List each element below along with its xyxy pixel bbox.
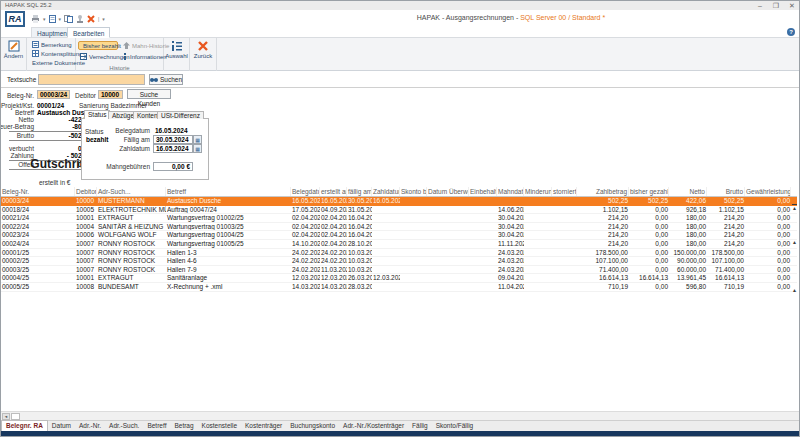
column-header[interactable]: Debitor <box>75 187 97 196</box>
bemerkung-button[interactable]: Bemerkung <box>30 40 74 49</box>
faellig-field[interactable]: 30.05.2024 <box>153 135 193 144</box>
column-header[interactable]: Beleg-Nr. <box>1 187 75 196</box>
sort-tab[interactable]: Skonto/Fällig <box>432 421 478 431</box>
column-header[interactable]: Datum Überweisung <box>427 187 469 196</box>
table-row[interactable]: 00023/2410006WOLFGANG WOLFWartungsvertra… <box>1 231 797 240</box>
sort-tab[interactable]: Belegnr. RA <box>1 420 48 431</box>
column-header[interactable]: Gewährleistung <box>745 187 791 196</box>
informationen-button[interactable]: Informationen <box>121 52 169 61</box>
zurueck-button[interactable]: Zurück <box>190 40 216 59</box>
column-header[interactable]: Netto <box>669 187 707 196</box>
zahldatum-field[interactable]: 16.05.2024 <box>153 144 193 153</box>
column-header[interactable]: Skonto bis <box>400 187 427 196</box>
sort-tab[interactable]: Kostenträger <box>241 421 286 431</box>
toolbar-overflow-caret[interactable]: ▾ <box>102 16 105 22</box>
debitor-field[interactable]: 10000 <box>98 90 123 99</box>
sort-tab[interactable]: Adr.-Nr. <box>75 421 105 431</box>
column-header[interactable]: Einbehalt bis <box>469 187 497 196</box>
help-icon[interactable]: ? <box>787 28 795 36</box>
tab-ust-differenz[interactable]: USt-Differenz <box>157 111 204 119</box>
auswahl-button[interactable]: Auswahl <box>164 40 189 59</box>
scrollbar-thumb[interactable] <box>11 413 20 420</box>
table-cell: 10008 <box>75 283 97 291</box>
mahngebuehren-field[interactable]: 0,00 € <box>153 162 193 171</box>
bisher-bezahlt-button[interactable]: € Bisher bezahlt <box>78 41 118 50</box>
sort-tab[interactable]: Fällig <box>408 421 432 431</box>
search-button[interactable]: Suchen <box>149 74 183 85</box>
zahldatum-calendar-icon[interactable]: ▦ <box>193 144 202 153</box>
table-cell <box>372 206 400 214</box>
column-header[interactable]: Minderung bis <box>524 187 552 196</box>
table-row[interactable]: 00003/2510007RONNY ROSTOCKHallen 7-924.0… <box>1 266 797 275</box>
sort-tab[interactable]: Datum <box>48 421 75 431</box>
table-row[interactable]: 00024/2410007RONNY ROSTOCKWartungsvertra… <box>1 240 797 249</box>
scroll-up-icon[interactable]: ▲ <box>792 239 797 245</box>
close-button[interactable]: ✕ <box>785 1 799 10</box>
status-value: bezahlt <box>86 136 108 143</box>
sort-tab[interactable]: Kostenstelle <box>198 421 241 431</box>
table-cell: 0,00 <box>745 197 791 205</box>
preview-icon[interactable] <box>49 15 56 23</box>
column-header[interactable]: fällig am <box>347 187 372 196</box>
suche-kunden-button[interactable]: Suche Kunden <box>127 89 171 99</box>
table-row[interactable]: 00002/2510007RONNY ROSTOCKHallen 4-624.0… <box>1 257 797 266</box>
column-header[interactable]: Betreff <box>166 187 291 196</box>
table-row[interactable]: 00018/2410005ELEKTROTECHNIK MÜLLERAuftra… <box>1 206 797 215</box>
bemerkung-label: Bemerkung <box>41 42 72 48</box>
print-dropdown-caret[interactable]: ▾ <box>43 16 46 22</box>
sort-tab[interactable]: Buchungskonto <box>286 421 339 431</box>
column-header[interactable]: Belegdatum <box>291 187 320 196</box>
textsuche-label: Textsuche <box>7 76 36 83</box>
table-cell: 11.11.2024 <box>497 240 524 248</box>
table-cell: 02.04.2024 <box>291 231 320 239</box>
table-row[interactable]: 00001/2510007RONNY ROSTOCKHallen 1-324.0… <box>1 249 797 258</box>
table-row[interactable]: 00004/2510001EXTRAGUTSanitäranlage12.03.… <box>1 274 797 283</box>
table-row[interactable]: 00021/2410001EXTRAGUTWartungsvertrag 010… <box>1 214 797 223</box>
table-cell: 107.100,00 <box>707 257 745 265</box>
table-cell: 11.03.2025 <box>320 266 347 274</box>
horizontal-scrollbar[interactable]: ◄ <box>1 411 800 420</box>
table-cell: RONNY ROSTOCK <box>97 266 166 274</box>
scroll-left-icon[interactable]: ◄ <box>2 413 10 420</box>
table-row[interactable]: 00005/2510008BUNDESAMTX-Rechnung + .xml1… <box>1 283 797 292</box>
table-cell: 10006 <box>75 231 97 239</box>
table-cell <box>552 249 577 257</box>
table-cell: 30.04.2024 <box>497 214 524 222</box>
delete-icon[interactable] <box>87 15 95 23</box>
table-cell: 926,18 <box>669 206 707 214</box>
tab-status[interactable]: Status <box>84 110 110 119</box>
scroll-marker-icon[interactable]: ▲ <box>792 287 797 293</box>
column-header[interactable]: storniert am <box>552 187 577 196</box>
tab-bearbeiten[interactable]: Bearbeiten <box>67 27 110 38</box>
table-row[interactable]: 00003/2410000MUSTERMANNAustausch Dusche1… <box>1 197 797 206</box>
table-cell: 0,00 <box>745 240 791 248</box>
column-header[interactable]: bisher gezahlt <box>629 187 669 196</box>
column-header[interactable]: Mahndatum <box>497 187 524 196</box>
table-row[interactable]: 00022/2410004SANITÄR & HEIZUNGWartungsve… <box>1 223 797 232</box>
column-header[interactable]: erstellt am <box>320 187 347 196</box>
sort-tab[interactable]: Adr.-Nr./Kostenträger <box>339 421 408 431</box>
column-header[interactable]: Zahlbetrag <box>577 187 629 196</box>
minimize-button[interactable]: – <box>753 1 767 10</box>
stamp-icon[interactable] <box>76 15 84 23</box>
search-input[interactable] <box>38 74 145 85</box>
table-cell <box>400 223 427 231</box>
sort-tab[interactable]: Betrag <box>170 421 197 431</box>
table-cell: 710,19 <box>577 283 629 291</box>
table-cell <box>524 240 552 248</box>
preview-dropdown-caret[interactable]: ▾ <box>59 16 62 22</box>
scroll-top-icon[interactable]: ▲ <box>792 204 797 211</box>
table-cell: Hallen 4-6 <box>166 257 291 265</box>
restore-button[interactable]: ❐ <box>769 1 783 10</box>
table-cell <box>524 249 552 257</box>
column-header[interactable]: Brutto <box>707 187 745 196</box>
print-icon[interactable] <box>31 15 40 23</box>
copy-icon[interactable] <box>64 15 73 23</box>
aendern-button[interactable]: Ändern <box>1 40 26 59</box>
column-header[interactable]: Adr-Such... <box>97 187 166 196</box>
sort-tab[interactable]: Betreff <box>143 421 170 431</box>
faellig-calendar-icon[interactable]: ▦ <box>193 135 202 144</box>
sort-tab[interactable]: Adr.-Such. <box>105 421 143 431</box>
column-header[interactable]: Zahldatum <box>372 187 400 196</box>
table-cell: 10007 <box>75 249 97 257</box>
